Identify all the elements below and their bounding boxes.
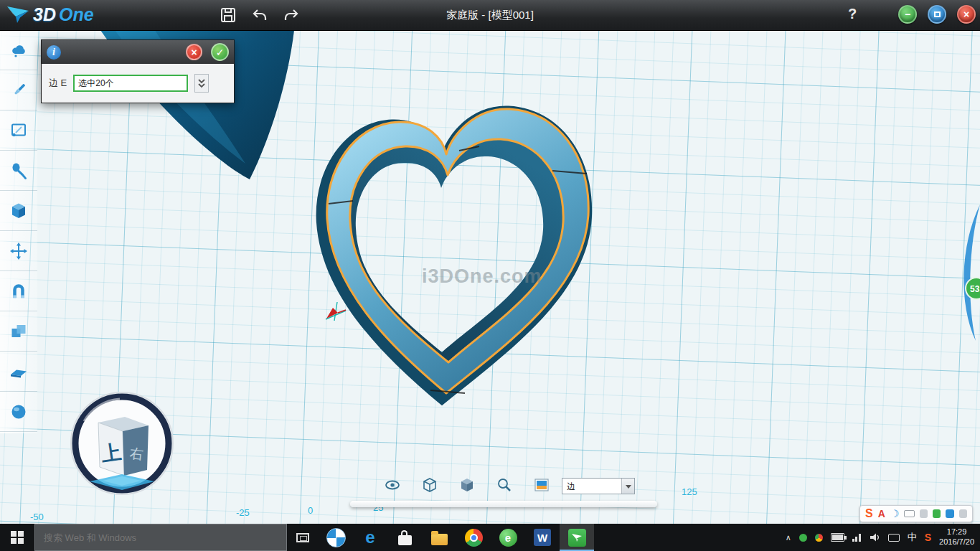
soft-keyboard-icon[interactable] <box>904 510 914 517</box>
magnet-icon[interactable] <box>0 271 37 311</box>
symbols-icon[interactable] <box>920 509 928 518</box>
night-mode-icon[interactable]: ☽ <box>890 509 900 519</box>
app-word[interactable]: W <box>525 524 560 551</box>
save-button[interactable] <box>220 6 237 24</box>
axis-label: -50 <box>30 512 44 522</box>
app-logo: 3DOne <box>6 4 94 25</box>
tray-expand-icon[interactable]: ∧ <box>786 533 791 542</box>
zoom-icon[interactable] <box>496 476 513 494</box>
selection-count-input[interactable] <box>73 75 188 92</box>
left-toolbar <box>0 30 37 433</box>
app-file-explorer[interactable] <box>422 524 456 551</box>
clock[interactable]: 17:29 2016/7/20 <box>939 527 974 547</box>
volume-icon[interactable] <box>869 532 880 542</box>
green-browser-icon: e <box>499 529 517 547</box>
app-edge[interactable]: e <box>353 524 387 551</box>
app-3done-active[interactable] <box>560 524 594 551</box>
expand-chevron-icon[interactable] <box>194 74 209 93</box>
search-input[interactable] <box>42 532 279 544</box>
start-button[interactable] <box>0 524 34 551</box>
sogou-logo-icon[interactable]: S <box>865 508 873 519</box>
side-panel-handle[interactable] <box>963 204 980 341</box>
combine-icon[interactable] <box>0 311 37 352</box>
spoon-tool-icon[interactable] <box>0 151 37 191</box>
paint-icon[interactable] <box>0 70 37 110</box>
section-icon[interactable] <box>0 352 37 392</box>
logo-text-one: One <box>59 4 94 25</box>
viewcube-right-label: 右 <box>129 446 144 462</box>
app-green-browser[interactable]: e <box>491 524 525 551</box>
edge-icon: e <box>365 529 374 546</box>
ime-toolbar: S A ☽ <box>859 505 973 522</box>
3done-app-icon <box>568 529 586 547</box>
logo-text-3d: 3D <box>33 4 56 25</box>
time-text: 17:29 <box>939 527 974 537</box>
dialog-body: 边 E <box>42 64 234 103</box>
display-mode-select[interactable]: 边 <box>562 478 635 494</box>
folder-icon <box>431 534 448 545</box>
utility-tray-icon[interactable] <box>815 534 823 542</box>
restore-icon <box>934 11 941 17</box>
undo-button[interactable] <box>251 6 268 24</box>
settings-icon[interactable] <box>959 509 967 518</box>
solid-cube-icon[interactable] <box>0 191 37 231</box>
help-button[interactable]: ? <box>848 6 857 22</box>
ime-language-indicator[interactable]: 中 <box>908 531 917 544</box>
skin-icon[interactable] <box>946 509 953 518</box>
view-cube[interactable]: 上 右 <box>68 387 176 505</box>
display-mode-value: 边 <box>562 479 621 494</box>
paper-plane-logo-icon <box>6 4 30 25</box>
store-bag-icon <box>398 535 412 545</box>
close-button[interactable]: × <box>957 5 976 24</box>
cancel-button[interactable]: × <box>186 44 202 60</box>
app-window: i3DOne.com 53 -50 -25 0 25 125 3DOne <box>0 0 980 551</box>
app-chrome[interactable] <box>456 524 491 551</box>
svg-text:53: 53 <box>970 284 980 294</box>
windows-logo-icon <box>11 531 24 544</box>
axis-label: 0 <box>308 505 313 516</box>
task-view-button[interactable] <box>287 524 319 551</box>
confirm-button[interactable]: ✓ <box>211 43 229 61</box>
taskbar-search[interactable] <box>34 524 287 551</box>
shaded-mode-icon[interactable] <box>458 476 476 494</box>
watermark-text: i3DOne.com <box>422 265 542 287</box>
horizontal-scrollbar[interactable] <box>350 501 657 507</box>
visibility-eye-icon[interactable] <box>384 476 401 494</box>
community-badge[interactable]: 53 <box>966 278 980 299</box>
toolbox-icon[interactable] <box>933 509 941 518</box>
network-icon[interactable] <box>852 534 861 542</box>
sketch-icon[interactable] <box>0 110 37 151</box>
system-tray: ∧ 中 S 17:29 2016/7/20 <box>786 524 980 551</box>
move-icon[interactable] <box>0 231 37 271</box>
pinwheel-app-icon <box>326 528 346 547</box>
task-view-icon <box>296 533 309 542</box>
sogou-tray-icon[interactable]: S <box>925 532 931 543</box>
taskbar: e e W ∧ 中 S 17:29 2016/7/20 <box>0 524 980 551</box>
pinned-apps: e e W <box>319 524 594 551</box>
render-image-icon[interactable] <box>533 476 550 494</box>
touch-keyboard-icon[interactable] <box>888 534 900 542</box>
info-icon: i <box>47 45 61 60</box>
dialog-header: i × ✓ <box>42 40 234 64</box>
edge-field-label: 边 E <box>49 77 67 90</box>
document-title: 家庭版 - [模型001] <box>347 9 633 22</box>
redo-button[interactable] <box>283 6 300 24</box>
title-bar: 3DOne 家庭版 - [模型001] ? − × <box>0 0 980 31</box>
origin-axis-marker[interactable] <box>326 302 346 321</box>
app-store[interactable] <box>387 524 422 551</box>
app-pinwheel[interactable] <box>319 524 353 551</box>
view-toolbar <box>384 476 550 494</box>
battery-icon[interactable] <box>831 533 844 542</box>
sphere-icon[interactable] <box>0 392 37 432</box>
axis-label: -25 <box>236 507 250 518</box>
chevron-down-icon[interactable] <box>621 479 634 494</box>
viewcube-top-label: 上 <box>100 441 123 466</box>
heart-model[interactable] <box>316 105 593 405</box>
minimize-button[interactable]: − <box>898 5 917 24</box>
input-mode-icon[interactable]: A <box>878 509 885 519</box>
selection-dialog: i × ✓ 边 E <box>41 39 235 103</box>
antivirus-tray-icon[interactable] <box>799 534 807 542</box>
maximize-button[interactable] <box>928 5 946 24</box>
primitives-icon[interactable] <box>0 30 37 70</box>
wireframe-mode-icon[interactable] <box>421 476 438 494</box>
